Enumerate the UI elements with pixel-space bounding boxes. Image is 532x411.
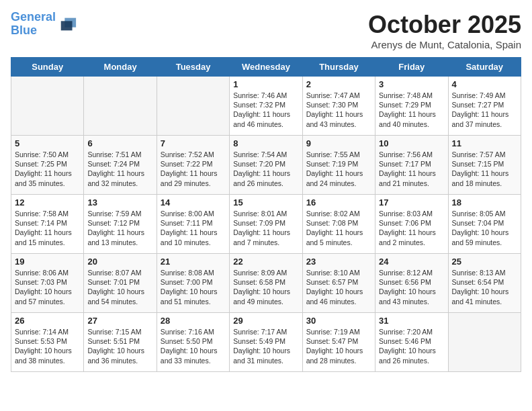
day-number: 27	[87, 316, 152, 326]
day-info: Sunrise: 7:51 AMSunset: 7:24 PMDaylight:…	[87, 150, 152, 188]
logo-general: General	[11, 10, 56, 24]
week-row-1: 1Sunrise: 7:46 AMSunset: 7:32 PMDaylight…	[11, 77, 521, 136]
day-info: Sunrise: 7:48 AMSunset: 7:29 PMDaylight:…	[379, 91, 444, 129]
logo-blue: Blue	[11, 24, 37, 37]
day-info: Sunrise: 7:15 AMSunset: 5:51 PMDaylight:…	[87, 327, 152, 365]
day-info: Sunrise: 7:20 AMSunset: 5:46 PMDaylight:…	[379, 327, 444, 365]
day-info: Sunrise: 8:05 AMSunset: 7:04 PMDaylight:…	[452, 209, 517, 247]
day-info: Sunrise: 7:46 AMSunset: 7:32 PMDaylight:…	[233, 91, 298, 129]
day-number: 28	[161, 316, 226, 326]
week-row-2: 5Sunrise: 7:50 AMSunset: 7:25 PMDaylight…	[11, 136, 521, 195]
day-number: 26	[15, 316, 80, 326]
calendar-cell: 22Sunrise: 8:09 AMSunset: 6:58 PMDayligh…	[230, 254, 302, 313]
day-info: Sunrise: 7:58 AMSunset: 7:14 PMDaylight:…	[15, 209, 80, 247]
day-number: 30	[306, 316, 371, 326]
day-number: 24	[379, 257, 444, 267]
logo-icon	[58, 15, 77, 34]
day-info: Sunrise: 7:14 AMSunset: 5:53 PMDaylight:…	[15, 327, 80, 365]
week-row-3: 12Sunrise: 7:58 AMSunset: 7:14 PMDayligh…	[11, 195, 521, 254]
calendar-cell: 1Sunrise: 7:46 AMSunset: 7:32 PMDaylight…	[230, 77, 302, 136]
calendar-cell: 3Sunrise: 7:48 AMSunset: 7:29 PMDaylight…	[375, 77, 448, 136]
calendar-cell: 21Sunrise: 8:08 AMSunset: 7:00 PMDayligh…	[157, 254, 229, 313]
calendar-cell: 23Sunrise: 8:10 AMSunset: 6:57 PMDayligh…	[302, 254, 375, 313]
page-header: General Blue October 2025 Arenys de Munt…	[11, 11, 521, 50]
calendar-body: 1Sunrise: 7:46 AMSunset: 7:32 PMDaylight…	[11, 77, 521, 372]
day-number: 15	[233, 197, 298, 208]
day-number: 8	[233, 138, 298, 148]
day-number: 29	[233, 316, 298, 326]
day-number: 9	[306, 138, 371, 148]
calendar-cell: 24Sunrise: 8:12 AMSunset: 6:56 PMDayligh…	[375, 254, 448, 313]
weekday-row: SundayMondayTuesdayWednesdayThursdayFrid…	[11, 58, 521, 77]
weekday-header-tuesday: Tuesday	[157, 58, 229, 77]
day-number: 2	[306, 79, 371, 89]
day-info: Sunrise: 7:19 AMSunset: 5:47 PMDaylight:…	[306, 327, 371, 365]
calendar-cell: 12Sunrise: 7:58 AMSunset: 7:14 PMDayligh…	[11, 195, 84, 254]
weekday-header-thursday: Thursday	[302, 58, 375, 77]
svg-marker-1	[61, 21, 73, 30]
calendar-table: SundayMondayTuesdayWednesdayThursdayFrid…	[11, 57, 521, 372]
calendar-cell: 5Sunrise: 7:50 AMSunset: 7:25 PMDaylight…	[11, 136, 84, 195]
day-number: 3	[379, 79, 444, 89]
calendar-cell	[157, 77, 229, 136]
day-info: Sunrise: 8:01 AMSunset: 7:09 PMDaylight:…	[233, 209, 298, 247]
calendar-cell: 28Sunrise: 7:16 AMSunset: 5:50 PMDayligh…	[157, 313, 229, 372]
logo-text: General Blue	[11, 11, 56, 38]
calendar-cell: 4Sunrise: 7:49 AMSunset: 7:27 PMDaylight…	[448, 77, 521, 136]
calendar-cell: 15Sunrise: 8:01 AMSunset: 7:09 PMDayligh…	[230, 195, 302, 254]
day-info: Sunrise: 8:12 AMSunset: 6:56 PMDaylight:…	[379, 268, 444, 306]
calendar-cell: 27Sunrise: 7:15 AMSunset: 5:51 PMDayligh…	[84, 313, 157, 372]
calendar-cell: 7Sunrise: 7:52 AMSunset: 7:22 PMDaylight…	[157, 136, 229, 195]
calendar-cell: 20Sunrise: 8:07 AMSunset: 7:01 PMDayligh…	[84, 254, 157, 313]
day-number: 31	[379, 316, 444, 326]
calendar-cell: 6Sunrise: 7:51 AMSunset: 7:24 PMDaylight…	[84, 136, 157, 195]
logo: General Blue	[11, 11, 77, 38]
day-number: 16	[306, 197, 371, 208]
day-info: Sunrise: 7:57 AMSunset: 7:15 PMDaylight:…	[452, 150, 517, 188]
day-info: Sunrise: 8:09 AMSunset: 6:58 PMDaylight:…	[233, 268, 298, 306]
calendar-cell: 26Sunrise: 7:14 AMSunset: 5:53 PMDayligh…	[11, 313, 84, 372]
calendar-cell: 9Sunrise: 7:55 AMSunset: 7:19 PMDaylight…	[302, 136, 375, 195]
day-info: Sunrise: 7:55 AMSunset: 7:19 PMDaylight:…	[306, 150, 371, 188]
calendar-cell: 10Sunrise: 7:56 AMSunset: 7:17 PMDayligh…	[375, 136, 448, 195]
day-info: Sunrise: 8:07 AMSunset: 7:01 PMDaylight:…	[87, 268, 152, 306]
day-number: 21	[161, 257, 226, 267]
day-info: Sunrise: 8:06 AMSunset: 7:03 PMDaylight:…	[15, 268, 80, 306]
day-number: 25	[452, 257, 517, 267]
day-info: Sunrise: 7:47 AMSunset: 7:30 PMDaylight:…	[306, 91, 371, 129]
weekday-header-saturday: Saturday	[448, 58, 521, 77]
day-info: Sunrise: 7:17 AMSunset: 5:49 PMDaylight:…	[233, 327, 298, 365]
calendar-cell	[84, 77, 157, 136]
day-number: 11	[452, 138, 517, 148]
calendar-cell: 30Sunrise: 7:19 AMSunset: 5:47 PMDayligh…	[302, 313, 375, 372]
calendar-cell: 16Sunrise: 8:02 AMSunset: 7:08 PMDayligh…	[302, 195, 375, 254]
calendar-cell	[11, 77, 84, 136]
day-number: 1	[233, 79, 298, 89]
day-number: 6	[87, 138, 152, 148]
day-number: 5	[15, 138, 80, 148]
day-info: Sunrise: 8:00 AMSunset: 7:11 PMDaylight:…	[161, 209, 226, 247]
day-info: Sunrise: 7:16 AMSunset: 5:50 PMDaylight:…	[161, 327, 226, 365]
week-row-4: 19Sunrise: 8:06 AMSunset: 7:03 PMDayligh…	[11, 254, 521, 313]
day-info: Sunrise: 8:03 AMSunset: 7:06 PMDaylight:…	[379, 209, 444, 247]
day-info: Sunrise: 8:13 AMSunset: 6:54 PMDaylight:…	[452, 268, 517, 306]
calendar-cell: 2Sunrise: 7:47 AMSunset: 7:30 PMDaylight…	[302, 77, 375, 136]
calendar-header: SundayMondayTuesdayWednesdayThursdayFrid…	[11, 58, 521, 77]
day-number: 19	[15, 257, 80, 267]
day-number: 23	[306, 257, 371, 267]
calendar-cell: 8Sunrise: 7:54 AMSunset: 7:20 PMDaylight…	[230, 136, 302, 195]
day-number: 7	[161, 138, 226, 148]
day-number: 13	[87, 197, 152, 208]
title-block: October 2025 Arenys de Munt, Catalonia, …	[368, 11, 521, 50]
calendar-cell	[448, 313, 521, 372]
day-info: Sunrise: 7:49 AMSunset: 7:27 PMDaylight:…	[452, 91, 517, 129]
calendar-cell: 14Sunrise: 8:00 AMSunset: 7:11 PMDayligh…	[157, 195, 229, 254]
day-info: Sunrise: 8:10 AMSunset: 6:57 PMDaylight:…	[306, 268, 371, 306]
calendar-cell: 18Sunrise: 8:05 AMSunset: 7:04 PMDayligh…	[448, 195, 521, 254]
day-info: Sunrise: 7:52 AMSunset: 7:22 PMDaylight:…	[161, 150, 226, 188]
day-info: Sunrise: 8:02 AMSunset: 7:08 PMDaylight:…	[306, 209, 371, 247]
day-info: Sunrise: 7:54 AMSunset: 7:20 PMDaylight:…	[233, 150, 298, 188]
day-info: Sunrise: 7:59 AMSunset: 7:12 PMDaylight:…	[87, 209, 152, 247]
day-number: 12	[15, 197, 80, 208]
day-info: Sunrise: 7:56 AMSunset: 7:17 PMDaylight:…	[379, 150, 444, 188]
